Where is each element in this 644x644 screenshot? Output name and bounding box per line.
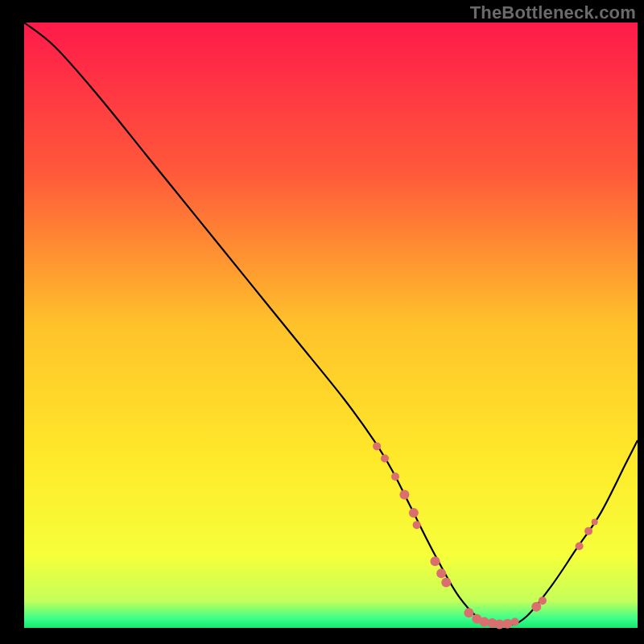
curve-marker [373,442,381,450]
curve-marker [436,568,446,578]
bottleneck-chart [0,0,644,644]
plot-background [24,23,638,628]
curve-marker [381,454,389,462]
curve-marker [539,597,547,605]
watermark-label: TheBottleneck.com [470,2,636,23]
curve-marker [576,542,584,550]
curve-marker [584,527,592,535]
curve-marker [399,490,409,500]
curve-marker [511,617,519,625]
chart-container: TheBottleneck.com [0,0,644,644]
curve-marker [431,556,440,566]
curve-marker [464,608,473,617]
curve-marker [391,473,399,481]
curve-marker [413,521,421,529]
curve-marker [592,518,598,525]
curve-marker [409,508,419,518]
curve-marker [502,619,512,629]
curve-marker [441,578,451,588]
